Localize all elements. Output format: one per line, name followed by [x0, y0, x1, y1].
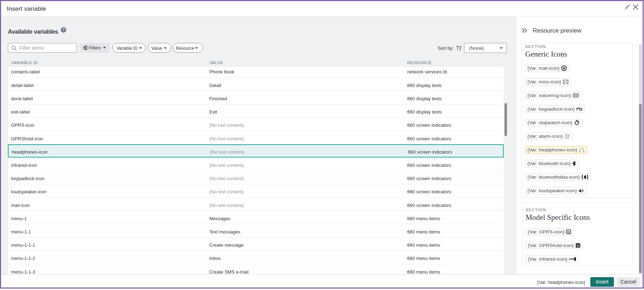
svg-text:G: G: [567, 230, 570, 234]
svg-text:G: G: [577, 244, 579, 247]
